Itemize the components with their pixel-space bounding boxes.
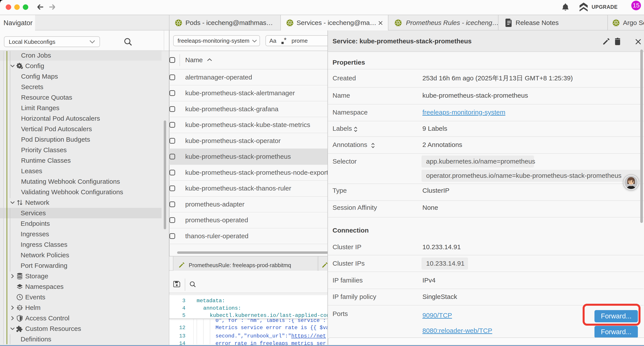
svg-text:HELM: HELM [17, 307, 22, 309]
